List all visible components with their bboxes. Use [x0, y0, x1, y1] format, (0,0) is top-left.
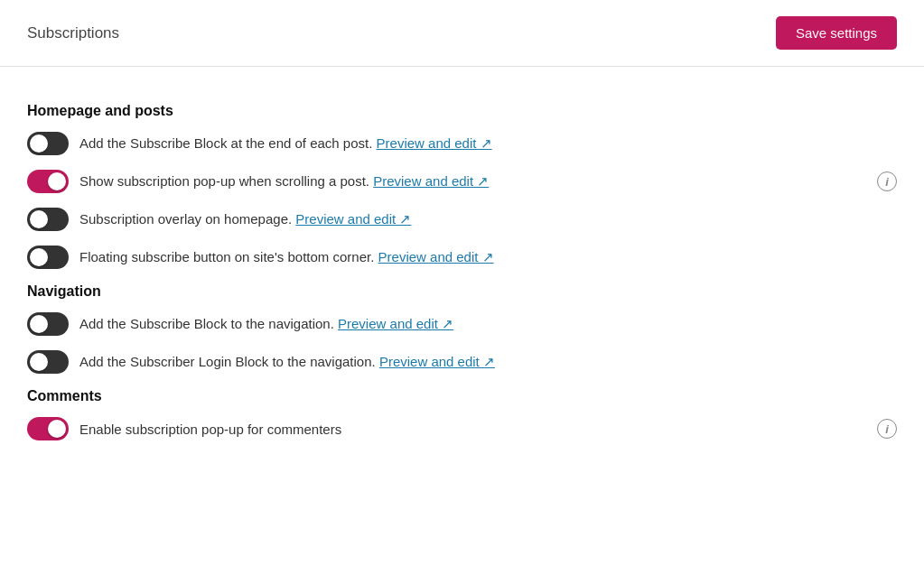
- setting-row-popup-scroll: Show subscription pop-up when scrolling …: [27, 170, 897, 193]
- section-navigation: NavigationAdd the Subscribe Block to the…: [27, 283, 897, 374]
- setting-text-login-nav: Add the Subscriber Login Block to the na…: [79, 354, 495, 370]
- setting-row-subscribe-nav: Add the Subscribe Block to the navigatio…: [27, 312, 897, 336]
- page-title: Subscriptions: [27, 24, 119, 42]
- preview-link-subscribe-nav[interactable]: Preview and edit ↗: [338, 316, 453, 331]
- setting-row-commenters-popup: Enable subscription pop-up for commenter…: [27, 417, 897, 440]
- section-title-comments: Comments: [27, 388, 897, 404]
- toggle-floating-button[interactable]: [27, 246, 69, 269]
- toggle-overlay-homepage[interactable]: [27, 208, 69, 231]
- setting-row-subscribe-block: Add the Subscribe Block at the end of ea…: [27, 132, 897, 155]
- section-homepage: Homepage and postsAdd the Subscribe Bloc…: [27, 103, 897, 269]
- section-title-navigation: Navigation: [27, 283, 897, 300]
- setting-row-left-popup-scroll: Show subscription pop-up when scrolling …: [27, 170, 866, 193]
- section-title-homepage: Homepage and posts: [27, 103, 897, 119]
- info-icon-commenters-popup[interactable]: i: [877, 419, 897, 439]
- toggle-popup-scroll[interactable]: [27, 170, 69, 193]
- page-container: Subscriptions Save settings Homepage and…: [0, 0, 924, 584]
- save-settings-button[interactable]: Save settings: [776, 16, 897, 50]
- setting-text-popup-scroll: Show subscription pop-up when scrolling …: [79, 173, 489, 190]
- preview-link-login-nav[interactable]: Preview and edit ↗: [379, 354, 495, 369]
- preview-link-popup-scroll[interactable]: Preview and edit ↗: [373, 173, 489, 189]
- toggle-subscribe-block[interactable]: [27, 132, 69, 155]
- setting-text-overlay-homepage: Subscription overlay on homepage. Previe…: [79, 211, 411, 227]
- toggle-subscribe-nav[interactable]: [27, 312, 69, 336]
- header: Subscriptions Save settings: [0, 0, 924, 67]
- info-icon-popup-scroll[interactable]: i: [877, 171, 897, 191]
- setting-text-subscribe-block: Add the Subscribe Block at the end of ea…: [79, 135, 492, 152]
- preview-link-floating-button[interactable]: Preview and edit ↗: [378, 249, 494, 264]
- content-area: Homepage and postsAdd the Subscribe Bloc…: [0, 67, 924, 482]
- toggle-commenters-popup[interactable]: [27, 417, 69, 440]
- setting-row-login-nav: Add the Subscriber Login Block to the na…: [27, 350, 897, 374]
- setting-text-floating-button: Floating subscribe button on site's bott…: [79, 249, 494, 265]
- setting-row-overlay-homepage: Subscription overlay on homepage. Previe…: [27, 208, 897, 231]
- section-comments: CommentsEnable subscription pop-up for c…: [27, 388, 897, 440]
- preview-link-subscribe-block[interactable]: Preview and edit ↗: [377, 135, 492, 151]
- setting-text-commenters-popup: Enable subscription pop-up for commenter…: [79, 422, 341, 437]
- preview-link-overlay-homepage[interactable]: Preview and edit ↗: [295, 211, 411, 227]
- setting-row-left-commenters-popup: Enable subscription pop-up for commenter…: [27, 417, 866, 440]
- setting-text-subscribe-nav: Add the Subscribe Block to the navigatio…: [79, 316, 453, 332]
- setting-row-floating-button: Floating subscribe button on site's bott…: [27, 246, 897, 269]
- toggle-login-nav[interactable]: [27, 350, 69, 374]
